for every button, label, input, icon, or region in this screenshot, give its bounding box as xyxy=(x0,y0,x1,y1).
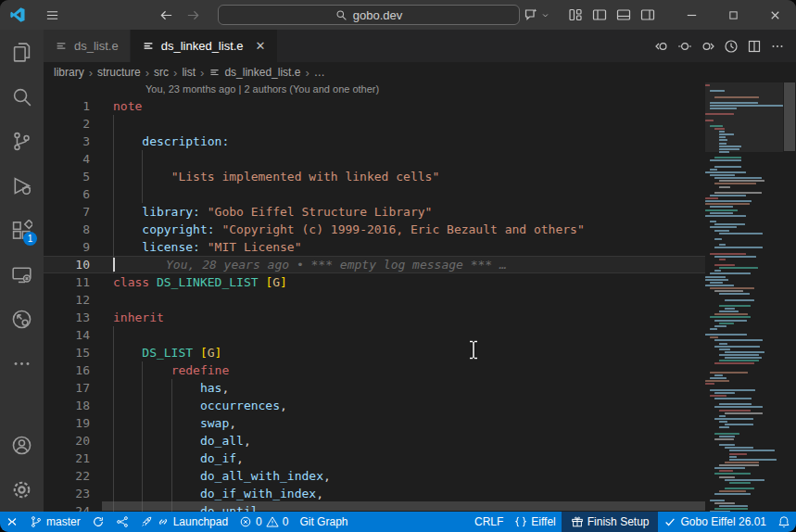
command-center-search[interactable]: gobo.dev xyxy=(218,5,520,25)
activity-settings[interactable] xyxy=(0,467,44,512)
code-line-11[interactable]: 11class DS_LINKED_LIST [G] xyxy=(44,273,705,291)
code-line-17[interactable]: 17 has, xyxy=(44,379,705,397)
status-eiffel-version[interactable]: Gobo Eiffel 26.01 xyxy=(658,512,772,532)
toggle-panel-button[interactable] xyxy=(612,0,636,30)
close-tab-icon[interactable]: ✕ xyxy=(256,39,266,53)
forward-arrow-icon[interactable] xyxy=(186,8,200,22)
more-actions-button[interactable] xyxy=(765,30,789,62)
git-graph-icon xyxy=(116,515,129,528)
breadcrumb-item[interactable]: library xyxy=(54,66,84,79)
activity-run-debug[interactable] xyxy=(0,163,44,208)
tab-label: ds_list.e xyxy=(74,39,119,53)
status-git-branch-label: master xyxy=(46,515,81,528)
activity-gitlens[interactable] xyxy=(0,297,44,341)
code-text: You, 28 years ago • *** empty log messag… xyxy=(113,256,507,273)
vertical-scrollbar[interactable] xyxy=(783,82,796,512)
next-change-button[interactable] xyxy=(696,30,719,62)
code-line-15[interactable]: 15 DS_LIST [G] xyxy=(44,344,705,361)
toggle-sidebar-button[interactable] xyxy=(588,0,612,30)
breadcrumb-item[interactable]: … xyxy=(314,66,325,79)
split-editor-button[interactable] xyxy=(742,30,765,62)
toggle-panel-icon xyxy=(616,7,631,22)
close-window-button[interactable] xyxy=(754,0,796,30)
tab-bar: ds_list.eds_linked_list.e✕ xyxy=(44,30,796,62)
modified-change-button[interactable] xyxy=(673,30,696,62)
application-menu-icon[interactable] xyxy=(42,8,62,22)
gitlens-codelens[interactable]: You, 23 months ago | 2 authors (You and … xyxy=(145,83,379,95)
status-remote-indicator[interactable] xyxy=(0,512,24,532)
breadcrumb-item[interactable]: ds_linked_list.e xyxy=(208,66,300,79)
code-line-13[interactable]: 13inherit xyxy=(44,309,705,326)
breadcrumb-item[interactable]: structure xyxy=(97,66,141,79)
activity-extensions[interactable]: 1 xyxy=(0,208,44,252)
activity-account[interactable] xyxy=(0,423,44,467)
status-finish-setup[interactable]: Finish Setup xyxy=(562,512,659,532)
warning-icon xyxy=(266,515,279,528)
remote-window-icon xyxy=(6,515,19,528)
line-number: 1 xyxy=(44,97,90,115)
status-language-mode[interactable]: Eiffel xyxy=(509,512,561,532)
code-line-23[interactable]: 23 do_if_with_index, xyxy=(44,485,705,502)
prev-change-button[interactable] xyxy=(650,30,673,62)
line-number: 17 xyxy=(44,379,90,397)
status-notifications[interactable] xyxy=(772,512,796,532)
activity-explorer[interactable] xyxy=(0,30,44,74)
source-control-icon xyxy=(11,131,32,152)
line-number: 21 xyxy=(44,450,90,467)
status-sync[interactable] xyxy=(86,512,110,532)
code-line-6[interactable]: 6 xyxy=(44,185,705,203)
gitlens-icon xyxy=(11,309,32,330)
code-line-18[interactable]: 18 occurrences, xyxy=(44,397,705,414)
status-eol[interactable]: CRLF xyxy=(469,512,509,532)
code-line-14[interactable]: 14 xyxy=(44,326,705,344)
toggle-secondary-sidebar-button[interactable] xyxy=(636,0,660,30)
code-line-12[interactable]: 12 xyxy=(44,291,705,309)
status-gitlens-launchpad[interactable]: Launchpad xyxy=(134,512,234,532)
activity-search[interactable] xyxy=(0,74,44,119)
back-arrow-icon[interactable] xyxy=(159,8,173,22)
breadcrumb-item[interactable]: list xyxy=(182,66,196,79)
extensions-badge: 1 xyxy=(23,232,37,246)
code-line-2[interactable]: 2 xyxy=(44,115,705,133)
code-editor[interactable]: You, 23 months ago | 2 authors (You and … xyxy=(44,82,796,512)
minimap[interactable] xyxy=(705,82,783,512)
activity-remote-explorer[interactable] xyxy=(0,252,44,297)
line-number: 6 xyxy=(44,185,90,203)
code-line-3[interactable]: 3 description: xyxy=(44,133,705,150)
code-line-22[interactable]: 22 do_all_with_index, xyxy=(44,467,705,485)
code-line-9[interactable]: 9 license: "MIT License" xyxy=(44,238,705,256)
code-line-4[interactable]: 4 xyxy=(44,150,705,168)
minimize-window-button[interactable] xyxy=(671,0,713,30)
gitlens-inline-blame[interactable]: You, 28 years ago • *** empty log messag… xyxy=(166,258,507,272)
code-text: do_all, xyxy=(113,432,251,450)
code-text: copyright: "Copyright (c) 1999-2016, Eri… xyxy=(113,221,585,238)
code-line-21[interactable]: 21 do_if, xyxy=(44,450,705,467)
maximize-window-button[interactable] xyxy=(713,0,754,30)
status-eiffel-version-label: Gobo Eiffel 26.01 xyxy=(680,515,766,528)
chevron-down-button[interactable] xyxy=(537,0,552,30)
code-line-5[interactable]: 5 "Lists implemented with linked cells" xyxy=(44,168,705,185)
status-git-graph[interactable]: Git Graph xyxy=(294,512,353,532)
code-line-1[interactable]: 1note xyxy=(44,97,705,115)
split-editor-icon xyxy=(747,39,762,54)
status-git-graph-view[interactable] xyxy=(110,512,134,532)
code-line-10[interactable]: 10You, 28 years ago • *** empty log mess… xyxy=(44,256,705,273)
code-line-20[interactable]: 20 do_all, xyxy=(44,432,705,450)
gitlens-clock-button[interactable] xyxy=(719,30,742,62)
code-line-16[interactable]: 16 redefine xyxy=(44,361,705,379)
code-line-8[interactable]: 8 copyright: "Copyright (c) 1999-2016, E… xyxy=(44,221,705,238)
title-bar: gobo.dev xyxy=(0,0,796,30)
code-line-7[interactable]: 7 library: "Gobo Eiffel Structure Librar… xyxy=(44,203,705,221)
breadcrumb-label: structure xyxy=(97,66,141,79)
activity-source-control[interactable] xyxy=(0,119,44,163)
tab-ds_linked_list.e[interactable]: ds_linked_list.e✕ xyxy=(131,30,277,62)
toggle-secondary-sidebar-icon xyxy=(640,7,655,22)
customize-layout-button[interactable] xyxy=(563,0,588,30)
code-line-19[interactable]: 19 swap, xyxy=(44,414,705,432)
activity-more[interactable] xyxy=(0,341,44,386)
tab-ds_list.e[interactable]: ds_list.e xyxy=(44,30,130,62)
status-git-branch[interactable]: master xyxy=(24,512,86,532)
breadcrumb-item[interactable]: src xyxy=(154,66,169,79)
status-problems[interactable]: 00 xyxy=(234,512,294,532)
eiffel-file-icon xyxy=(142,40,155,53)
